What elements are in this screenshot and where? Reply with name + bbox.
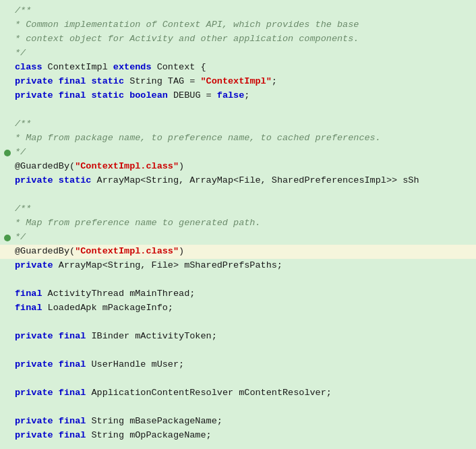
gutter [0,372,12,386]
code-token: * Map from package name, to preference n… [15,133,381,143]
code-token: /** [15,119,31,129]
line-content: private final String mBasePackageName; [12,415,476,429]
line-content: private static ArrayMap<String, ArrayMap… [12,174,476,188]
gutter [0,415,12,429]
code-line [0,103,476,117]
code-token [53,416,59,426]
code-line: * Map from preference name to generated … [0,216,476,231]
code-token: boolean [129,90,168,100]
code-token: private [15,175,53,185]
gutter [0,400,12,415]
line-content: * context object for Activity and other … [12,32,476,47]
code-token: final [15,289,42,299]
code-token: DEBUG = [168,90,217,100]
code-token: private [15,430,53,440]
gutter [0,4,12,18]
code-token: private [15,359,53,369]
code-token: * Common implementation of Context API, … [15,20,359,30]
code-token: ContextImpl [42,62,113,72]
line-content [12,188,476,202]
gutter [0,216,12,231]
code-token [53,175,59,185]
line-content: final ActivityThread mMainThread; [12,287,476,301]
line-content: private final String mOpPackageName; [12,429,476,443]
code-line: private static ArrayMap<String, ArrayMap… [0,174,476,188]
code-token [53,430,59,440]
line-content: private final UserHandle mUser; [12,358,476,372]
code-token: static [91,76,124,86]
breakpoint-dot [4,150,11,156]
gutter [0,18,12,32]
code-line: private final IBinder mActivityToken; [0,330,476,344]
line-content [12,344,476,358]
code-token: ArrayMap<String, ArrayMap<File, SharedPr… [91,175,419,185]
code-token [53,331,59,341]
code-line [0,400,476,415]
code-token: final [59,416,86,426]
line-content: private final static String TAG = "Conte… [12,75,476,89]
code-token: String mBasePackageName; [86,416,222,426]
code-line: /** [0,4,476,18]
code-token: final [59,331,86,341]
code-token: final [59,359,86,369]
code-token: final [15,303,42,313]
code-line: * Common implementation of Context API, … [0,18,476,32]
code-token: UserHandle mUser; [86,359,184,369]
code-token: final [59,430,86,440]
code-token: ; [244,90,249,100]
line-content [12,400,476,415]
code-line: * context object for Activity and other … [0,32,476,47]
code-token: @GuardedBy( [15,161,75,171]
line-content: private final IBinder mActivityToken; [12,330,476,344]
code-token: static [59,175,92,185]
gutter [0,89,12,103]
gutter [0,160,12,174]
gutter [0,245,12,259]
code-token: ) [179,246,184,256]
line-content [12,443,476,449]
gutter [0,188,12,202]
code-token: ActivityThread mMainThread; [42,289,196,299]
code-token [53,359,59,369]
gutter [0,117,12,131]
line-content: * Map from preference name to generated … [12,216,476,231]
code-token: false [217,90,245,100]
code-token: final [59,90,86,100]
code-line: */ [0,47,476,61]
line-content: /** [12,202,476,216]
gutter [0,259,12,273]
code-line: @GuardedBy("ContextImpl.class") [0,245,476,259]
line-content: private final ApplicationContentResolver… [12,386,476,400]
gutter [0,174,12,188]
code-line: final LoadedApk mPackageInfo; [0,301,476,316]
code-line: private final UserHandle mUser; [0,358,476,372]
code-token [53,388,59,398]
code-token [53,76,59,86]
code-token: private [15,388,53,398]
code-line: */ [0,146,476,160]
code-line [0,273,476,287]
gutter [0,358,12,372]
code-token: String TAG = [124,76,200,86]
code-token: static [91,90,124,100]
line-content: * Map from package name, to preference n… [12,131,476,146]
line-content: private final static boolean DEBUG = fal… [12,89,476,103]
line-content [12,103,476,117]
gutter [0,386,12,400]
code-token: ) [179,161,184,171]
gutter [0,316,12,330]
code-line: * Map from package name, to preference n… [0,131,476,146]
line-content [12,273,476,287]
code-line: private final static boolean DEBUG = fal… [0,89,476,103]
gutter [0,131,12,146]
code-line [0,372,476,386]
code-token: ArrayMap<String, File> mSharedPrefsPaths… [53,260,282,270]
code-token: final [59,388,86,398]
code-line [0,443,476,449]
code-editor: /** * Common implementation of Context A… [0,0,476,449]
gutter [0,231,12,245]
code-line: @GuardedBy("ContextImpl.class") [0,160,476,174]
code-token: */ [15,147,26,157]
code-token: private [15,76,53,86]
code-line: private final String mOpPackageName; [0,429,476,443]
